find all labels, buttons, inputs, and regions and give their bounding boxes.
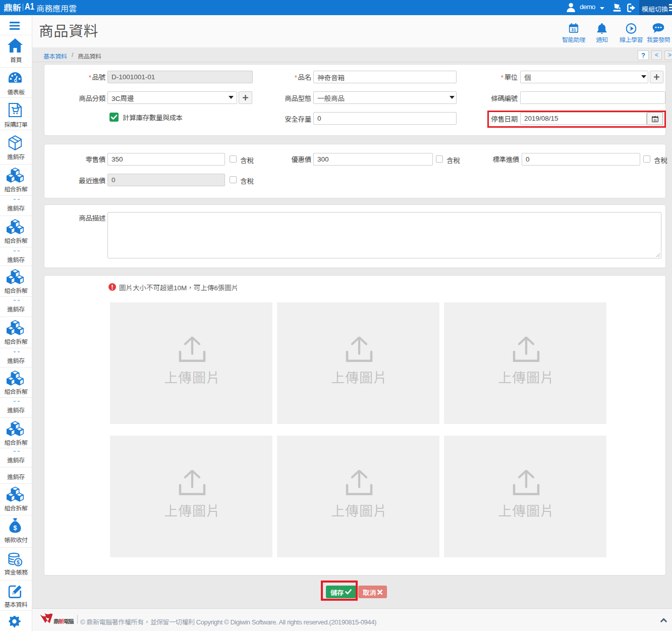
svg-text:$: $	[14, 524, 17, 532]
svg-text:$: $	[17, 559, 20, 565]
svg-text:31: 31	[571, 27, 576, 32]
